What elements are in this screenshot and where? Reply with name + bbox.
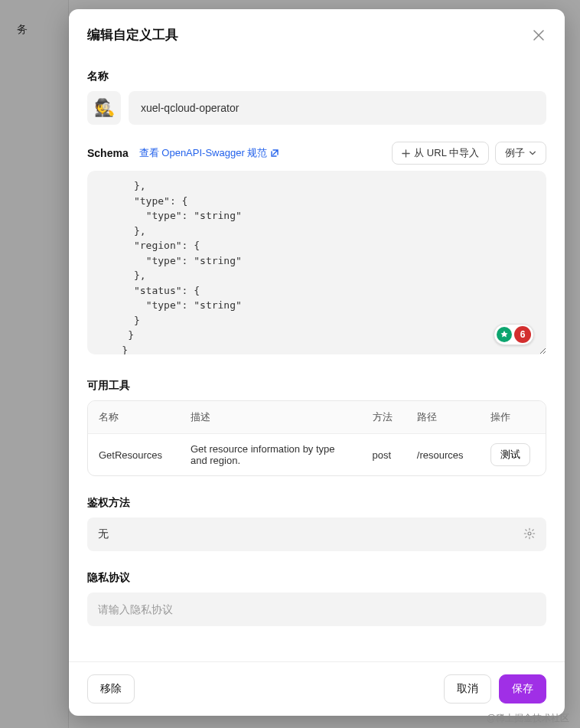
name-label: 名称 [87,70,546,83]
svg-point-0 [528,532,531,535]
chevron-down-icon [529,149,536,157]
detective-icon: 🕵️ [94,98,115,118]
import-from-url-button[interactable]: 从 URL 中导入 [392,142,489,165]
tools-table: 名称 描述 方法 路径 操作 GetResources Get resource… [87,400,546,476]
col-name: 名称 [88,401,180,434]
grammar-error-count: 6 [514,326,531,343]
col-desc: 描述 [180,401,362,434]
privacy-label: 隐私协议 [87,571,546,585]
close-button[interactable] [531,28,546,43]
plus-icon [402,149,410,158]
cell-name: GetResources [88,434,180,475]
cell-action: 测试 [480,434,546,475]
auth-value: 无 [98,527,109,541]
modal-footer: 移除 取消 保存 [69,661,565,716]
example-label: 例子 [505,146,525,160]
modal-body: 名称 🕵️ Schema 查看 OpenAPI-Swagger 规范 从 URL… [69,54,565,661]
close-icon [533,30,544,41]
grammar-badge[interactable]: 6 [494,324,534,345]
swagger-spec-link[interactable]: 查看 OpenAPI-Swagger 规范 [139,146,280,160]
schema-header-left: Schema 查看 OpenAPI-Swagger 规范 [87,146,279,160]
schema-label: Schema [87,147,129,159]
col-path: 路径 [406,401,480,434]
cell-path: /resources [406,434,480,475]
modal-header: 编辑自定义工具 [69,9,565,54]
example-button[interactable]: 例子 [495,142,546,165]
remove-button[interactable]: 移除 [87,674,135,704]
cell-desc: Get resource information by type and reg… [180,434,362,475]
col-method: 方法 [362,401,406,434]
save-button[interactable]: 保存 [499,674,546,704]
tool-name-input[interactable] [129,91,546,125]
swagger-link-text: 查看 OpenAPI-Swagger 规范 [139,146,268,160]
test-button[interactable]: 测试 [490,443,530,466]
watermark: @稀土掘金技术社区 [487,712,569,725]
auth-selector[interactable]: 无 [87,517,546,551]
tool-icon-picker[interactable]: 🕵️ [87,91,121,125]
name-row: 🕵️ [87,91,546,125]
modal-title: 编辑自定义工具 [87,26,178,44]
tools-label: 可用工具 [87,379,546,393]
schema-textarea[interactable] [87,171,546,354]
edit-tool-modal: 编辑自定义工具 名称 🕵️ Schema 查看 OpenAPI-Swagger … [69,9,565,716]
schema-header-right: 从 URL 中导入 例子 [392,142,546,165]
external-link-icon [270,149,279,158]
privacy-input[interactable] [87,593,546,626]
gear-icon[interactable] [523,527,536,542]
cell-method: post [362,434,406,475]
grammar-check-icon [497,327,512,342]
auth-label: 鉴权方法 [87,496,546,510]
schema-header: Schema 查看 OpenAPI-Swagger 规范 从 URL 中导入 例… [87,142,546,165]
cancel-button[interactable]: 取消 [444,674,491,704]
footer-right: 取消 保存 [444,674,546,704]
schema-wrap: 6 [87,171,546,357]
table-header-row: 名称 描述 方法 路径 操作 [88,401,546,434]
col-action: 操作 [480,401,546,434]
table-row: GetResources Get resource information by… [88,434,546,475]
import-url-label: 从 URL 中导入 [414,146,479,160]
